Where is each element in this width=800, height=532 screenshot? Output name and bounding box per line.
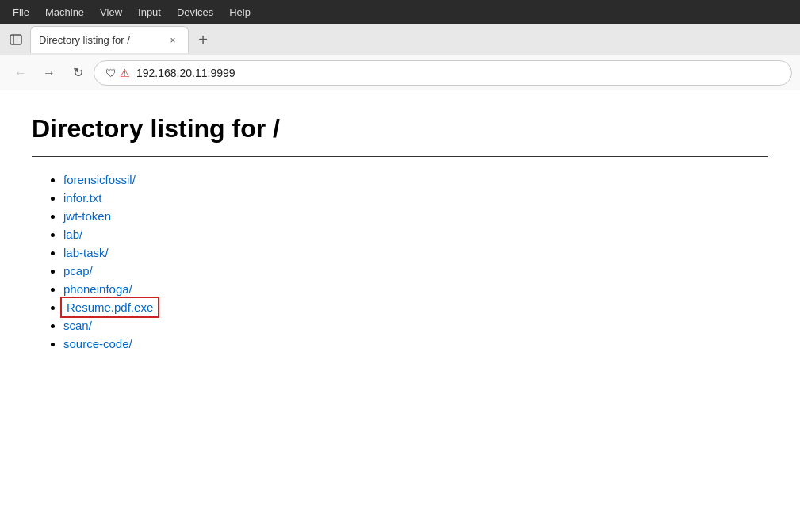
list-item: forensicfossil/ [63, 173, 768, 186]
list-item: jwt-token [63, 209, 768, 223]
menu-input[interactable]: Input [132, 5, 167, 20]
address-bar[interactable]: 🛡 ⚠ 192.168.20.11:9999 [94, 60, 792, 86]
file-link[interactable]: source-code/ [63, 337, 132, 350]
page-heading: Directory listing for / [32, 114, 768, 144]
tabbar: Directory listing for / × + [0, 24, 800, 55]
file-link[interactable]: lab/ [63, 228, 82, 241]
menu-help[interactable]: Help [223, 5, 257, 20]
list-item: scan/ [63, 319, 768, 332]
file-link[interactable]: pcap/ [63, 264, 93, 277]
list-item: lab/ [63, 228, 768, 241]
navbar: ← → ↻ 🛡 ⚠ 192.168.20.11:9999 [0, 55, 800, 90]
warning-icon: ⚠ [120, 67, 130, 79]
menu-view[interactable]: View [94, 5, 128, 20]
menu-devices[interactable]: Devices [170, 5, 220, 20]
file-link[interactable]: scan/ [63, 319, 92, 332]
tab-close-button[interactable]: × [166, 33, 180, 48]
list-item: Resume.pdf.exe [63, 300, 768, 314]
page-content: Directory listing for / forensicfossil/i… [0, 90, 800, 532]
sidebar-icon [10, 33, 22, 46]
address-text: 192.168.20.11:9999 [136, 67, 235, 79]
menu-file[interactable]: File [6, 5, 36, 20]
browser-tab[interactable]: Directory listing for / × [30, 26, 189, 53]
file-link[interactable]: forensicfossil/ [63, 173, 136, 186]
svg-rect-0 [10, 35, 21, 44]
menubar: File Machine View Input Devices Help [0, 0, 800, 24]
new-tab-button[interactable]: + [192, 29, 214, 51]
file-link[interactable]: jwt-token [63, 209, 111, 223]
shield-icon: 🛡 [105, 67, 117, 79]
list-item: phoneinfoga/ [63, 282, 768, 296]
tab-title: Directory listing for / [39, 34, 159, 46]
list-item: pcap/ [63, 264, 768, 277]
file-link[interactable]: infor.txt [63, 191, 101, 205]
file-link[interactable]: lab-task/ [63, 246, 109, 259]
menu-machine[interactable]: Machine [39, 5, 90, 20]
security-icons: 🛡 ⚠ [105, 67, 130, 79]
list-item: infor.txt [63, 191, 768, 205]
forward-button[interactable]: → [36, 60, 62, 86]
reload-button[interactable]: ↻ [65, 60, 90, 86]
file-list: forensicfossil/infor.txtjwt-tokenlab/lab… [32, 173, 768, 350]
file-link[interactable]: Resume.pdf.exe [63, 300, 156, 315]
sidebar-toggle-button[interactable] [5, 29, 27, 51]
divider [32, 156, 768, 157]
list-item: source-code/ [63, 337, 768, 350]
file-link[interactable]: phoneinfoga/ [63, 282, 132, 296]
back-button[interactable]: ← [8, 60, 33, 86]
list-item: lab-task/ [63, 246, 768, 259]
